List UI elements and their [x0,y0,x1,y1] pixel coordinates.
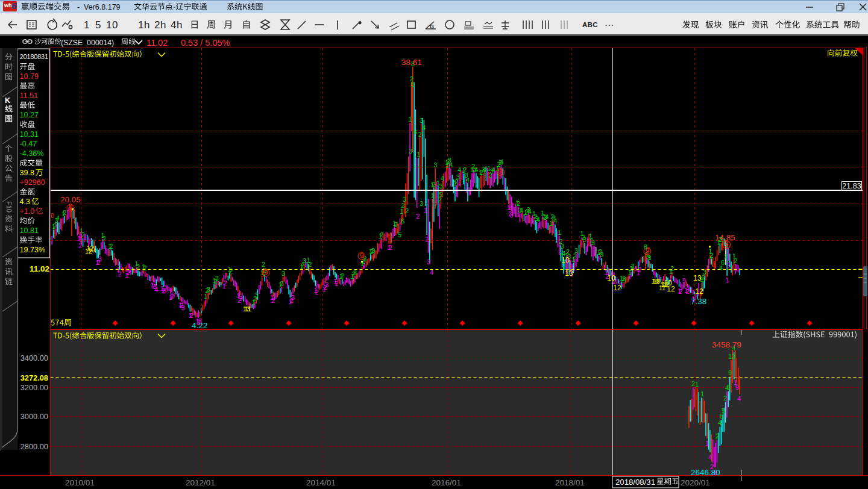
svg-text:1: 1 [565,252,568,259]
svg-text:1: 1 [734,379,737,386]
svg-text:3: 3 [403,196,406,203]
svg-text:1: 1 [77,235,81,242]
svg-text:1: 1 [252,299,256,306]
svg-text:12: 12 [85,248,92,255]
svg-text:1: 1 [116,266,120,273]
svg-text:3: 3 [353,269,357,276]
svg-text:3: 3 [291,294,295,301]
svg-text:11: 11 [662,281,668,288]
svg-text:3: 3 [153,283,157,290]
svg-text:2: 2 [301,261,304,269]
svg-text:2: 2 [679,288,682,295]
svg-text:1: 1 [558,229,561,236]
svg-text:2: 2 [670,265,674,272]
svg-text:1: 1 [549,220,553,227]
svg-text:1: 1 [445,159,448,166]
svg-text:1: 1 [445,162,449,169]
svg-text:2: 2 [463,166,467,173]
svg-text:1: 1 [580,230,583,237]
svg-text:1: 1 [669,268,673,275]
svg-text:3: 3 [498,159,502,166]
svg-text:3: 3 [473,166,477,173]
svg-text:1: 1 [695,381,699,388]
svg-text:3: 3 [448,157,451,164]
svg-text:1: 1 [260,269,264,276]
svg-text:2: 2 [162,287,165,294]
svg-text:2: 2 [335,280,339,287]
svg-text:2: 2 [262,261,265,268]
svg-text:1: 1 [700,390,704,397]
svg-text:1: 1 [571,256,575,263]
svg-text:1: 1 [61,210,65,217]
svg-text:2: 2 [180,302,183,309]
svg-text:3: 3 [433,161,437,169]
svg-text:1: 1 [431,192,435,199]
svg-text:2: 2 [566,248,570,255]
svg-text:1: 1 [360,260,364,267]
svg-text:6: 6 [401,217,404,225]
svg-text:2: 2 [341,272,344,279]
svg-text:1: 1 [708,248,712,255]
svg-text:2: 2 [102,235,106,242]
svg-text:10: 10 [607,274,615,282]
svg-text:3: 3 [527,206,530,213]
svg-text:2: 2 [53,222,57,229]
svg-text:3: 3 [544,214,547,221]
svg-text:4: 4 [719,264,723,272]
svg-text:1: 1 [212,277,216,284]
svg-text:2: 2 [629,265,633,272]
svg-text:1: 1 [288,298,292,305]
svg-text:4: 4 [430,269,433,276]
svg-text:1: 1 [732,252,736,260]
svg-text:1: 1 [322,285,326,293]
svg-text:2: 2 [480,169,483,176]
svg-text:3: 3 [207,286,210,293]
svg-text:2: 2 [205,287,209,294]
svg-text:2: 2 [118,270,122,278]
svg-text:1: 1 [637,269,640,276]
svg-text:4: 4 [422,124,426,131]
svg-text:3: 3 [631,263,635,270]
svg-text:2: 2 [405,207,409,214]
svg-text:5: 5 [439,191,442,198]
svg-text:3: 3 [409,148,412,155]
svg-text:3: 3 [552,214,556,222]
svg-text:8: 8 [644,243,647,251]
svg-text:3: 3 [54,217,58,224]
svg-text:2: 2 [612,278,616,285]
svg-text:3: 3 [465,172,468,179]
svg-text:2: 2 [418,131,422,138]
svg-text:3: 3 [427,258,430,266]
svg-text:9: 9 [735,384,739,391]
svg-text:3: 3 [303,257,306,264]
svg-text:4: 4 [553,217,557,225]
svg-text:5: 5 [398,231,401,238]
svg-text:4: 4 [545,213,549,220]
svg-text:2: 2 [224,279,227,287]
svg-text:3: 3 [509,211,513,219]
svg-text:2: 2 [590,237,594,244]
svg-text:2: 2 [446,158,450,165]
svg-text:1: 1 [705,440,709,447]
svg-text:1: 1 [369,248,373,255]
svg-text:2: 2 [471,163,475,170]
svg-text:13: 13 [243,305,250,313]
svg-text:1: 1 [470,166,474,173]
svg-text:9: 9 [69,204,73,212]
svg-text:2: 2 [109,243,113,250]
svg-text:1: 1 [628,269,632,276]
svg-text:2: 2 [715,432,719,440]
svg-text:4: 4 [441,175,444,182]
svg-text:1: 1 [307,257,310,264]
svg-text:3: 3 [98,255,102,263]
svg-text:6: 6 [414,128,417,135]
svg-text:1: 1 [645,251,649,258]
svg-text:4: 4 [536,216,540,223]
svg-text:12: 12 [613,284,621,292]
svg-text:4: 4 [466,176,470,184]
svg-text:1: 1 [588,232,592,240]
svg-text:1: 1 [436,179,440,187]
svg-text:2: 2 [81,231,85,238]
svg-text:1: 1 [300,263,303,270]
svg-text:2: 2 [315,288,319,296]
